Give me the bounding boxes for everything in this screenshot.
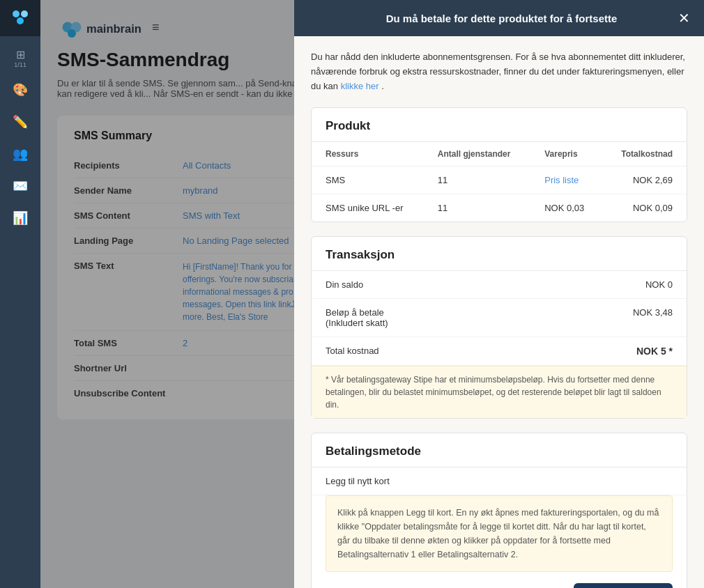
col-header-resource: Ressurs bbox=[312, 142, 424, 167]
svg-point-2 bbox=[17, 17, 24, 24]
intro-end: . bbox=[379, 81, 384, 91]
logo-area bbox=[0, 0, 40, 36]
modal-body: Du har nådd den inkluderte abonnementsgr… bbox=[294, 36, 704, 588]
intro-link[interactable]: klikke her bbox=[341, 81, 379, 91]
transaction-section-title: Transaksjon bbox=[312, 237, 687, 271]
product-row-url: SMS unike URL -er 11 NOK 0,03 NOK 0,09 bbox=[312, 194, 687, 222]
product-table: Ressurs Antall gjenstander Varepris Tota… bbox=[312, 142, 687, 222]
payment-section-title: Betalingsmetode bbox=[312, 433, 687, 467]
payment-section: Betalingsmetode Legg til nytt kort Klikk… bbox=[311, 433, 687, 588]
modal-close-button[interactable]: ✕ bbox=[678, 11, 690, 25]
product-section: Produkt Ressurs Antall gjenstander Varep… bbox=[311, 107, 687, 222]
payment-legg-til: Legg til nytt kort bbox=[312, 467, 687, 495]
col-header-price: Varepris bbox=[530, 142, 602, 167]
sidebar: ⊞ 1/11 🎨 ✏️ 👥 ✉️ 📊 bbox=[0, 0, 40, 588]
sidebar-item-analytics[interactable]: 📊 bbox=[6, 203, 35, 233]
sidebar-item-dashboard[interactable]: ⊞ 1/11 bbox=[6, 43, 35, 72]
product-resource-sms: SMS bbox=[312, 167, 424, 194]
transaction-warning: * Vår betalingsgateway Stipe har et mini… bbox=[312, 366, 687, 418]
product-total-sms: NOK 2,69 bbox=[602, 167, 687, 194]
product-row-sms: SMS 11 Pris liste NOK 2,69 bbox=[312, 167, 687, 194]
transaction-row-saldo: Din saldo NOK 0 bbox=[312, 271, 687, 299]
modal-header: Du må betale for dette produktet for å f… bbox=[294, 0, 704, 36]
transaction-amount-saldo: NOK 0 bbox=[645, 279, 673, 290]
main-area: mainbrainer ≡ SMS-Sammendrag Du er klar … bbox=[40, 0, 704, 588]
legg-til-kort-button[interactable]: Legg til kort bbox=[574, 583, 673, 588]
svg-point-0 bbox=[13, 10, 20, 17]
modal-title: Du må betale for dette produktet for å f… bbox=[325, 13, 678, 24]
col-header-total: Totalkostnad bbox=[602, 142, 687, 167]
payment-info-box: Klikk på knappen Legg til kort. En ny øk… bbox=[326, 495, 673, 572]
sidebar-item-edit[interactable]: ✏️ bbox=[6, 107, 35, 137]
col-header-quantity: Antall gjenstander bbox=[424, 142, 531, 167]
modal-intro: Du har nådd den inkluderte abonnementsgr… bbox=[311, 50, 687, 93]
transaction-amount-belop: NOK 3,48 bbox=[633, 307, 673, 328]
sidebar-item-messages[interactable]: ✉️ bbox=[6, 171, 35, 201]
transaction-section: Transaksjon Din saldo NOK 0 Beløp å beta… bbox=[311, 236, 687, 419]
product-resource-url: SMS unike URL -er bbox=[312, 194, 424, 222]
transaction-row-total: Total kostnad NOK 5 * bbox=[312, 337, 687, 366]
product-price-url: NOK 0,03 bbox=[530, 194, 602, 222]
product-total-url: NOK 0,09 bbox=[602, 194, 687, 222]
product-price-sms[interactable]: Pris liste bbox=[530, 167, 602, 194]
transaction-label-saldo: Din saldo bbox=[326, 279, 363, 290]
transaction-label-belop: Beløp å betale(Inkludert skatt) bbox=[326, 307, 388, 328]
product-section-title: Produkt bbox=[312, 108, 687, 142]
transaction-label-total: Total kostnad bbox=[326, 346, 379, 357]
product-qty-url: 11 bbox=[424, 194, 531, 222]
sidebar-item-design[interactable]: 🎨 bbox=[6, 75, 35, 105]
button-area: Legg til kort bbox=[312, 583, 687, 588]
product-qty-sms: 11 bbox=[424, 167, 531, 194]
transaction-row-belop: Beløp å betale(Inkludert skatt) NOK 3,48 bbox=[312, 299, 687, 337]
transaction-amount-total: NOK 5 * bbox=[636, 346, 673, 357]
modal-panel: Du må betale for dette produktet for å f… bbox=[294, 0, 704, 588]
sidebar-item-contacts[interactable]: 👥 bbox=[6, 139, 35, 169]
svg-point-1 bbox=[21, 10, 28, 17]
